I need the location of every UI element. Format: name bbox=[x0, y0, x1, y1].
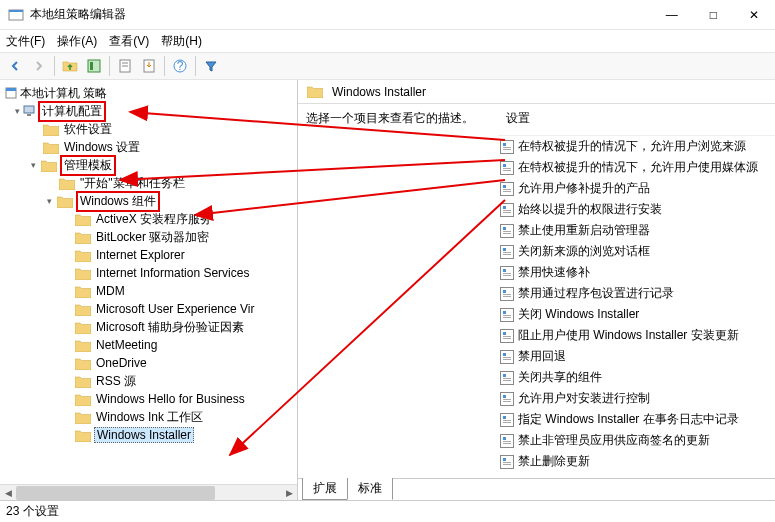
folder-icon bbox=[75, 267, 91, 280]
folder-icon bbox=[75, 429, 91, 442]
help-button[interactable]: ? bbox=[169, 55, 191, 77]
toolbar: ? bbox=[0, 52, 775, 80]
tree-item[interactable]: Microsoft 辅助身份验证因素 bbox=[0, 318, 297, 336]
tree-label: Windows Hello for Business bbox=[94, 392, 247, 406]
list-header: Windows Installer bbox=[298, 80, 775, 104]
folder-icon bbox=[75, 231, 91, 244]
policy-label: 禁止使用重新启动管理器 bbox=[518, 222, 650, 239]
tree-label: Internet Information Services bbox=[94, 266, 251, 280]
show-hide-button[interactable] bbox=[83, 55, 105, 77]
minimize-button[interactable]: — bbox=[658, 4, 686, 26]
tree-start-taskbar[interactable]: "开始"菜单和任务栏 bbox=[0, 174, 297, 192]
policy-label: 关闭共享的组件 bbox=[518, 369, 602, 386]
tab-standard[interactable]: 标准 bbox=[347, 478, 393, 500]
tab-extended[interactable]: 扩展 bbox=[302, 478, 348, 500]
collapse-icon[interactable]: ▾ bbox=[28, 160, 38, 170]
tree-item[interactable]: Internet Explorer bbox=[0, 246, 297, 264]
tree-label: 管理模板 bbox=[60, 155, 116, 176]
tree-label: RSS 源 bbox=[94, 373, 138, 390]
policy-item[interactable]: 禁止使用重新启动管理器 bbox=[498, 220, 775, 241]
scroll-left-icon[interactable]: ◀ bbox=[0, 485, 16, 501]
tree-label: 计算机配置 bbox=[38, 101, 106, 122]
tree-windows-settings[interactable]: Windows 设置 bbox=[0, 138, 297, 156]
tree-root[interactable]: 本地计算机 策略 bbox=[0, 84, 297, 102]
tree-label: OneDrive bbox=[94, 356, 149, 370]
folder-icon bbox=[43, 123, 59, 136]
tree-hscrollbar[interactable]: ◀ ▶ bbox=[0, 484, 297, 500]
svg-rect-12 bbox=[24, 106, 34, 113]
menu-file[interactable]: 文件(F) bbox=[6, 33, 45, 50]
policy-icon bbox=[500, 203, 514, 217]
menu-action[interactable]: 操作(A) bbox=[57, 33, 97, 50]
svg-rect-1 bbox=[9, 10, 23, 12]
policy-item[interactable]: 关闭新来源的浏览对话框 bbox=[498, 241, 775, 262]
policy-item[interactable]: 禁止非管理员应用供应商签名的更新 bbox=[498, 430, 775, 451]
policy-item[interactable]: 允许用户修补提升的产品 bbox=[498, 178, 775, 199]
policy-item[interactable]: 始终以提升的权限进行安装 bbox=[498, 199, 775, 220]
forward-button[interactable] bbox=[28, 55, 50, 77]
close-button[interactable]: ✕ bbox=[741, 4, 767, 26]
tree-item[interactable]: BitLocker 驱动器加密 bbox=[0, 228, 297, 246]
policy-item[interactable]: 关闭共享的组件 bbox=[498, 367, 775, 388]
folder-icon bbox=[43, 141, 59, 154]
scroll-thumb[interactable] bbox=[16, 486, 215, 500]
tree-admin-templates[interactable]: ▾ 管理模板 bbox=[0, 156, 297, 174]
scroll-right-icon[interactable]: ▶ bbox=[281, 485, 297, 501]
policy-item[interactable]: 禁止删除更新 bbox=[498, 451, 775, 472]
policy-label: 禁用快速修补 bbox=[518, 264, 590, 281]
svg-rect-2 bbox=[88, 60, 100, 72]
policy-item[interactable]: 阻止用户使用 Windows Installer 安装更新 bbox=[498, 325, 775, 346]
tree-label: 软件设置 bbox=[62, 121, 114, 138]
folder-icon bbox=[75, 339, 91, 352]
policy-icon bbox=[500, 413, 514, 427]
filter-button[interactable] bbox=[200, 55, 222, 77]
tree-item[interactable]: RSS 源 bbox=[0, 372, 297, 390]
tree-item[interactable]: Windows Ink 工作区 bbox=[0, 408, 297, 426]
policy-item[interactable]: 禁用回退 bbox=[498, 346, 775, 367]
tree-item[interactable]: Windows Hello for Business bbox=[0, 390, 297, 408]
status-text: 23 个设置 bbox=[6, 503, 59, 520]
tree-software[interactable]: 软件设置 bbox=[0, 120, 297, 138]
tree-item[interactable]: NetMeeting bbox=[0, 336, 297, 354]
tree-item[interactable]: Microsoft User Experience Vir bbox=[0, 300, 297, 318]
policy-item[interactable]: 在特权被提升的情况下，允许用户浏览来源 bbox=[498, 136, 775, 157]
separator bbox=[195, 56, 196, 76]
settings-column-header[interactable]: 设置 bbox=[498, 104, 775, 136]
policy-item[interactable]: 禁用快速修补 bbox=[498, 262, 775, 283]
folder-icon bbox=[75, 285, 91, 298]
policy-label: 允许用户对安装进行控制 bbox=[518, 390, 650, 407]
tree-label: Microsoft 辅助身份验证因素 bbox=[94, 319, 246, 336]
policy-icon bbox=[500, 371, 514, 385]
folder-icon bbox=[75, 411, 91, 424]
folder-icon bbox=[75, 375, 91, 388]
policy-item[interactable]: 允许用户对安装进行控制 bbox=[498, 388, 775, 409]
properties-button[interactable] bbox=[114, 55, 136, 77]
policy-label: 在特权被提升的情况下，允许用户使用媒体源 bbox=[518, 159, 758, 176]
tree-item[interactable]: MDM bbox=[0, 282, 297, 300]
policy-label: 禁用通过程序包设置进行记录 bbox=[518, 285, 674, 302]
tree-windows-components[interactable]: ▾ Windows 组件 bbox=[0, 192, 297, 210]
maximize-button[interactable]: □ bbox=[702, 4, 725, 26]
tree-label: NetMeeting bbox=[94, 338, 159, 352]
up-button[interactable] bbox=[59, 55, 81, 77]
menu-view[interactable]: 查看(V) bbox=[109, 33, 149, 50]
policy-item[interactable]: 在特权被提升的情况下，允许用户使用媒体源 bbox=[498, 157, 775, 178]
back-button[interactable] bbox=[4, 55, 26, 77]
folder-icon bbox=[75, 357, 91, 370]
collapse-icon[interactable]: ▾ bbox=[12, 106, 22, 116]
export-button[interactable] bbox=[138, 55, 160, 77]
tree-item[interactable]: ActiveX 安装程序服务 bbox=[0, 210, 297, 228]
tree-item[interactable]: Windows Installer bbox=[0, 426, 297, 444]
menu-help[interactable]: 帮助(H) bbox=[161, 33, 202, 50]
policy-item[interactable]: 禁用通过程序包设置进行记录 bbox=[498, 283, 775, 304]
tree-computer-config[interactable]: ▾ 计算机配置 bbox=[0, 102, 297, 120]
tree-item[interactable]: OneDrive bbox=[0, 354, 297, 372]
tree-label: BitLocker 驱动器加密 bbox=[94, 229, 211, 246]
policy-icon bbox=[500, 161, 514, 175]
main-area: 本地计算机 策略 ▾ 计算机配置 软件设置 Windows 设置 ▾ 管理模板 … bbox=[0, 80, 775, 500]
view-tabs: 扩展 标准 bbox=[298, 478, 775, 500]
tree-item[interactable]: Internet Information Services bbox=[0, 264, 297, 282]
collapse-icon[interactable]: ▾ bbox=[44, 196, 54, 206]
policy-item[interactable]: 指定 Windows Installer 在事务日志中记录 bbox=[498, 409, 775, 430]
policy-item[interactable]: 关闭 Windows Installer bbox=[498, 304, 775, 325]
